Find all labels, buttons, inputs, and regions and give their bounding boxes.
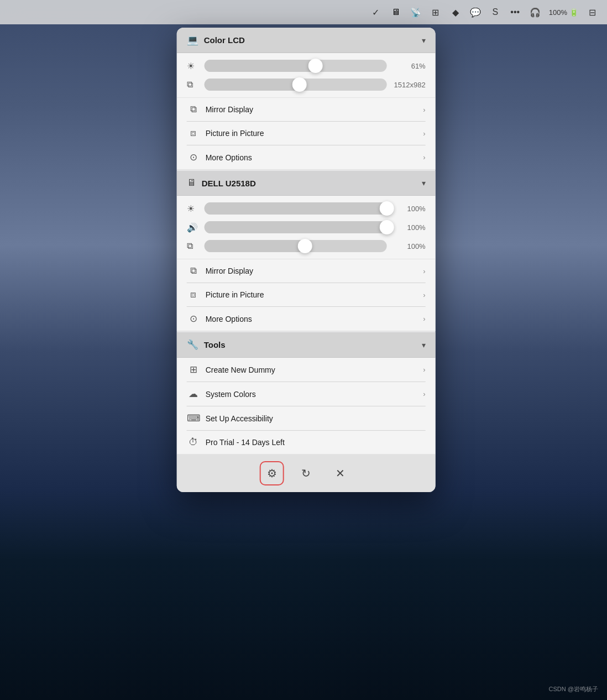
pip-item-1[interactable]: ⧈ Picture in Picture › [177, 122, 436, 145]
trial-icon: ⏱ [187, 437, 200, 448]
tools-menu-items: ⊞ Create New Dummy › ☁ System Colors › ⌨… [177, 358, 436, 455]
brightness-thumb[interactable] [308, 59, 323, 73]
resolution-value: 1512x982 [393, 81, 426, 89]
refresh-icon: ↻ [301, 467, 311, 480]
pip-label-1: Picture in Picture [206, 129, 264, 138]
dell-volume-row: 🔊 100% [187, 221, 426, 233]
color-lcd-header[interactable]: 💻 Color LCD ▾ [177, 28, 436, 53]
accessibility-label: Set Up Accessibility [206, 414, 273, 423]
dell-volume-icon: 🔊 [187, 222, 199, 233]
dell-res-icon: ⧉ [187, 241, 199, 251]
tools-header-left: 🔧 Tools [187, 339, 226, 351]
resolution-slider-row: ⧉ 1512x982 [187, 79, 426, 91]
dell-brightness-icon: ☀ [187, 203, 199, 214]
dell-sliders: ☀ 100% 🔊 100% ⧉ [177, 196, 436, 259]
battery-group: 100% 🔋 [549, 8, 578, 17]
pip-icon-1: ⧈ [187, 128, 200, 139]
brightness-icon: ☀ [187, 61, 199, 71]
mirror-display-icon-1: ⧉ [187, 104, 200, 115]
dell-header[interactable]: 🖥 DELL U2518D ▾ [177, 171, 436, 196]
dell-res-fill [205, 240, 305, 252]
s-icon[interactable]: S [489, 6, 501, 18]
pro-trial-item[interactable]: ⏱ Pro Trial - 14 Days Left [177, 431, 436, 454]
headphone-icon[interactable]: 🎧 [529, 6, 541, 18]
more-options-icon-2: ⊙ [187, 313, 200, 325]
color-lcd-menu-items: ⧉ Mirror Display › ⧈ Picture in Picture … [177, 98, 436, 170]
more-options-chevron-1: › [423, 153, 425, 161]
dots-icon[interactable]: ••• [509, 6, 521, 18]
color-lcd-header-left: 💻 Color LCD [187, 34, 245, 46]
check-icon[interactable]: ✓ [370, 6, 382, 18]
dell-volume-thumb[interactable] [380, 220, 394, 234]
dell-brightness-value: 100% [393, 205, 426, 213]
more-options-label-2: More Options [206, 315, 252, 323]
dell-chevron-icon: ▾ [422, 179, 426, 187]
resolution-thumb[interactable] [292, 77, 306, 92]
resolution-track[interactable] [205, 79, 387, 91]
tools-title: Tools [204, 340, 226, 349]
create-dummy-icon: ⊞ [187, 364, 200, 375]
accessibility-icon: ⌨ [187, 412, 200, 424]
system-colors-icon: ☁ [187, 388, 200, 400]
mirror-display-label-2: Mirror Display [206, 267, 253, 275]
more-options-item-2[interactable]: ⊙ More Options › [177, 307, 436, 331]
mirror-display-icon-2: ⧉ [187, 265, 200, 276]
mirror-display-chevron-1: › [423, 106, 425, 114]
dell-brightness-thumb[interactable] [380, 201, 394, 216]
tools-chevron-icon: ▾ [422, 341, 426, 349]
more-options-chevron-2: › [423, 315, 425, 323]
dell-volume-value: 100% [393, 223, 426, 232]
mirror-display-item-2[interactable]: ⧉ Mirror Display › [177, 259, 436, 283]
close-button[interactable]: ✕ [328, 461, 353, 485]
create-dummy-chevron: › [423, 365, 425, 374]
color-lcd-chevron-icon: ▾ [422, 36, 426, 45]
menubar: ✓ 🖥 📡 ⊞ ◆ 💬 S ••• 🎧 100% 🔋 ⊟ [0, 0, 607, 24]
refresh-button[interactable]: ↻ [294, 461, 318, 485]
mirror-display-label-1: Mirror Display [206, 105, 253, 114]
color-lcd-sliders: ☀ 61% ⧉ 1512x982 [177, 53, 436, 98]
dell-res-thumb[interactable] [297, 239, 312, 253]
laptop-icon: 💻 [187, 34, 198, 46]
resolution-fill [205, 79, 300, 91]
battery-icon: 🔋 [569, 8, 578, 17]
display-icon[interactable]: 🖥 [390, 6, 402, 18]
color-lcd-title: Color LCD [204, 35, 245, 45]
system-colors-item[interactable]: ☁ System Colors › [177, 382, 436, 406]
dell-res-track[interactable] [205, 240, 387, 252]
monitor-icon: 🖥 [187, 177, 196, 189]
more-options-item-1[interactable]: ⊙ More Options › [177, 145, 436, 169]
brightness-value: 61% [393, 62, 426, 70]
tools-icon: 🔧 [187, 339, 198, 351]
close-icon: ✕ [336, 467, 345, 480]
create-dummy-label: Create New Dummy [206, 365, 275, 374]
grid-icon[interactable]: ⊞ [430, 6, 442, 18]
control-center-icon[interactable]: ⊟ [586, 6, 598, 18]
brightness-fill [205, 60, 316, 72]
chat-icon[interactable]: 💬 [469, 6, 482, 18]
watermark: CSDN @岩鸣杨子 [549, 685, 598, 693]
create-dummy-item[interactable]: ⊞ Create New Dummy › [177, 358, 436, 382]
system-colors-chevron: › [423, 390, 425, 398]
dell-res-value: 100% [393, 242, 426, 250]
brightness-slider-row: ☀ 61% [187, 60, 426, 72]
pip-icon-2: ⧈ [187, 289, 200, 300]
mirror-display-item-1[interactable]: ⧉ Mirror Display › [177, 98, 436, 121]
dropdown-panel: 💻 Color LCD ▾ ☀ 61% ⧉ 1512x982 [177, 28, 436, 492]
gear-icon: ⚙ [267, 467, 277, 480]
pip-item-2[interactable]: ⧈ Picture in Picture › [177, 283, 436, 306]
brightness-track[interactable] [205, 60, 387, 72]
shape-icon[interactable]: ◆ [449, 6, 462, 18]
battery-percent: 100% [549, 8, 567, 17]
dell-brightness-track[interactable] [205, 202, 387, 215]
dell-header-left: 🖥 DELL U2518D [187, 177, 256, 189]
mirror-display-chevron-2: › [423, 267, 425, 275]
pro-trial-label: Pro Trial - 14 Days Left [206, 438, 285, 447]
dell-volume-track[interactable] [205, 221, 387, 233]
dell-brightness-fill [205, 202, 387, 215]
pip-chevron-1: › [423, 129, 425, 138]
more-options-icon-1: ⊙ [187, 152, 200, 163]
settings-button[interactable]: ⚙ [260, 461, 284, 485]
network-icon[interactable]: 📡 [410, 6, 422, 18]
accessibility-item[interactable]: ⌨ Set Up Accessibility [177, 406, 436, 430]
tools-header[interactable]: 🔧 Tools ▾ [177, 332, 436, 358]
